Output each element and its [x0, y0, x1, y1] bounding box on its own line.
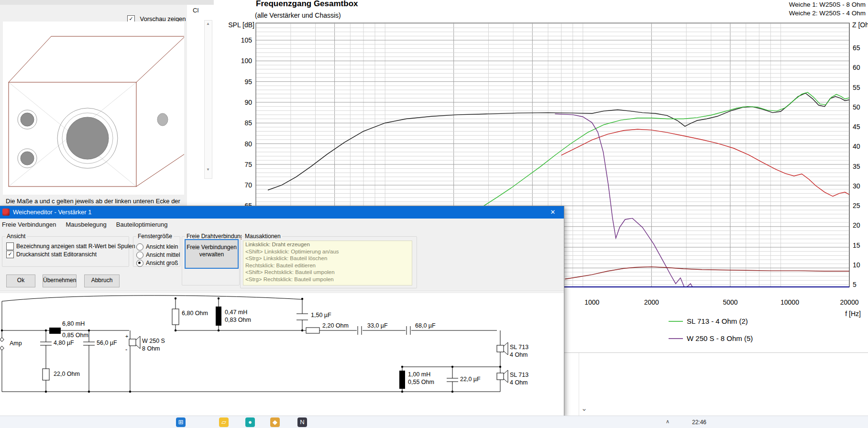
checkbox-row-0[interactable]: Bezeichnung anzeigen statt R-Wert bei Sp… — [6, 242, 126, 250]
schematic-component-L2[interactable]: 0,47 mH0,83 Ohm — [216, 307, 251, 326]
schematic-component-C3[interactable]: 1,50 µF — [297, 312, 331, 320]
dialog-titlebar[interactable]: Weicheneditor - Verstärker 1 ✕ — [0, 206, 564, 219]
y-right-tick: 60 — [853, 64, 860, 71]
chart-weiche1-note: Weiche 1: W250S - 8 Ohm — [789, 1, 866, 8]
radio-row-1[interactable]: Ansicht mittel — [136, 252, 179, 259]
radio-button[interactable] — [136, 243, 143, 251]
component-value-label: 8 Ohm — [142, 345, 160, 352]
x-tick: 2000 — [644, 298, 659, 306]
taskbar-icon-folder[interactable]: ▱ — [219, 417, 229, 427]
mausaktion-line-2: <Strg> Linksklick: Bauteil löschen — [243, 255, 412, 262]
component-value-label: SL 713 — [510, 372, 528, 378]
component-value-label: 1,00 mH — [408, 371, 430, 378]
schematic-component-C5[interactable]: 68,0 µF — [406, 322, 436, 335]
schematic-component-SPK3[interactable]: SL 7134 Ohm — [497, 370, 528, 386]
y-right-tick: 25 — [853, 202, 860, 209]
group-fenstergroesse-label: Fenstergröße — [136, 233, 174, 240]
radio-row-0[interactable]: Ansicht klein — [136, 243, 179, 251]
tray-chevron-icon[interactable]: ∧ — [666, 418, 670, 425]
checkbox-row-1[interactable]: ✓Druckansicht statt Editoransicht — [6, 251, 126, 258]
y-left-tick: 100 — [241, 57, 253, 65]
taskbar-icon-windows[interactable]: ⊞ — [176, 417, 186, 427]
component-value-label: SL 713 — [510, 344, 528, 351]
checkbox-box[interactable] — [6, 242, 14, 250]
chevron-down-icon[interactable]: ⌄ — [579, 403, 589, 414]
schematic-component-SPK1[interactable]: +-W 250 S8 Ohm — [125, 333, 165, 353]
schematic-component-C6[interactable]: 22,0 µF — [447, 376, 481, 383]
taskbar-icon-app-yellow[interactable]: ◆ — [270, 417, 280, 427]
background-window-title-fragment: Cl — [193, 7, 198, 14]
dialog-title: Weicheneditor - Verstärker 1 — [13, 209, 92, 216]
y-right-tick: 30 — [853, 182, 860, 190]
menu-item-bauteiloptimierung[interactable]: Bauteiloptimierung — [115, 219, 169, 230]
schematic-component-SPK2[interactable]: SL 7134 Ohm — [497, 342, 528, 358]
menu-item-mausbelegung[interactable]: Mausbelegung — [65, 219, 107, 230]
radio-label: Ansicht groß — [146, 260, 178, 266]
background-window-scrollbar[interactable]: ▲ ▼ — [204, 20, 212, 179]
checkbox-label: Bezeichnung anzeigen statt R-Wert bei Sp… — [16, 243, 135, 250]
y-left-tick: 80 — [244, 140, 252, 148]
x-tick: 5000 — [723, 298, 737, 306]
taskbar-icon-app-dark[interactable]: N — [297, 417, 307, 427]
y-right-tick: 65 — [853, 44, 860, 52]
legend-entry: SL 713 - 4 Ohm (2) — [687, 317, 748, 325]
button-ok[interactable]: Ok — [6, 274, 35, 287]
schematic-component-R2[interactable]: 6,80 Ohm — [172, 309, 208, 325]
checkbox-label: Druckansicht statt Editoransicht — [16, 251, 97, 258]
taskbar-icon-app-teal[interactable]: ● — [245, 417, 255, 427]
schematic-component-L1[interactable]: 6,80 mH0,85 Ohm — [49, 320, 88, 339]
chart-title: Frequenzgang Gesamtbox — [256, 0, 358, 8]
scroll-down-icon[interactable]: ▼ — [206, 168, 210, 172]
freie-verbindungen-verwalten-button[interactable]: Freie Verbindungenverwalten — [185, 239, 239, 269]
radio-label: Ansicht klein — [146, 243, 178, 250]
chart-legend: SL 713 - 4 Ohm (2)W 250 S - 8 Ohm (5) — [669, 317, 753, 342]
mausaktion-line-4: <Shift> Rechtsklick: Bauteil umpolen — [243, 269, 412, 276]
schematic-component-C4[interactable]: 33,0 µF — [357, 322, 388, 335]
component-value-label: W 250 S — [142, 338, 165, 344]
y-right-tick: 55 — [853, 84, 860, 91]
y-left-tick: 105 — [241, 36, 253, 44]
checkbox-box[interactable]: ✓ — [6, 251, 14, 258]
weicheneditor-dialog: Weicheneditor - Verstärker 1 ✕ Freie Ver… — [0, 206, 564, 417]
box-preview-window: ✓ Vorschau zeigen Die Maße a und c gelte… — [0, 5, 187, 206]
curve-impedanz — [565, 267, 849, 279]
scroll-up-icon[interactable]: ▲ — [206, 22, 210, 26]
component-value-label: 33,0 µF — [367, 322, 388, 329]
component-value-label: 6,80 mH — [62, 320, 85, 327]
menu-item-freie-verbindungen[interactable]: Freie Verbindungen — [1, 219, 57, 230]
radio-button[interactable] — [136, 252, 143, 259]
group-fenstergroesse: Fenstergröße Ansicht kleinAnsicht mittel… — [133, 236, 180, 267]
y-right-tick: 40 — [853, 143, 860, 150]
schematic-component-C1[interactable]: 4,80 µF — [40, 340, 74, 346]
chart-weiche2-note: Weiche 2: W250S - 4 Ohm — [789, 10, 866, 17]
y-left-tick: 70 — [244, 181, 252, 189]
button-abbruch[interactable]: Abbruch — [84, 274, 120, 287]
freie-btn-line: verwalten — [186, 251, 238, 258]
y-left-tick: 85 — [244, 119, 252, 127]
radio-label: Ansicht mittel — [146, 252, 180, 258]
y-right-tick: 15 — [853, 241, 860, 249]
group-ansicht: Ansicht Bezeichnung anzeigen statt R-Wer… — [2, 236, 129, 267]
component-value-label: 6,80 Ohm — [182, 310, 208, 317]
x-tick: 10000 — [780, 298, 799, 306]
chart-subtitle: (alle Verstärker und Chassis) — [255, 11, 341, 19]
mausaktion-line-5: <Strg> Rechtsklick: Bauteil umpolen — [243, 276, 412, 283]
box-dimension-note: Die Maße a und c gelten jeweils ab der l… — [6, 198, 186, 205]
schematic-component-R3[interactable]: 2,20 Ohm — [306, 322, 349, 333]
close-icon[interactable]: ✕ — [542, 206, 564, 219]
schematic-component-L3[interactable]: 1,00 mH0,55 Ohm — [399, 371, 434, 389]
component-value-label: 0,83 Ohm — [225, 317, 251, 323]
component-value-label: 0,55 Ohm — [408, 379, 434, 385]
mausaktion-line-1: <Shift> Linksklick: Optimierung an/aus — [243, 248, 412, 255]
taskbar-clock[interactable]: 22:46 — [692, 419, 706, 426]
y-right-tick: 5 — [853, 281, 857, 288]
component-value-label: 4 Ohm — [510, 379, 528, 386]
schematic-component-R1[interactable]: 22,0 Ohm — [43, 369, 80, 380]
component-value-label: 1,50 µF — [311, 312, 331, 318]
schematic-component-C2[interactable]: 56,0 µF — [83, 340, 117, 346]
radio-button[interactable] — [136, 260, 143, 267]
y-right-tick: 45 — [853, 123, 860, 131]
mausaktion-line-0: Linksklick: Draht erzeugen — [243, 241, 412, 248]
radio-row-2[interactable]: Ansicht groß — [136, 260, 179, 267]
button-bernehmen[interactable]: Übernehmen — [43, 274, 77, 287]
